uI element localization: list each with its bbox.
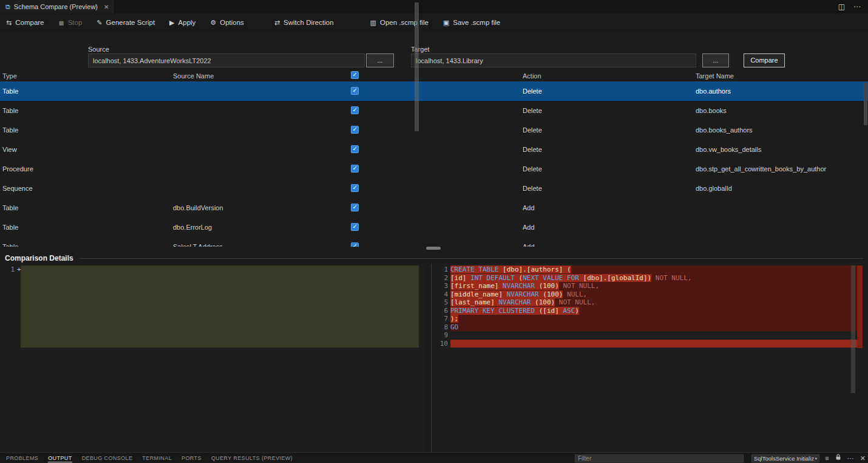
row-target-name: dbo.stp_get_all_cowritten_books_by_autho…: [696, 165, 868, 173]
code-line: 8GO: [438, 323, 858, 332]
row-source-name: dbo.ErrorLog: [173, 224, 351, 231]
output-actions-icon[interactable]: ≡: [825, 454, 829, 462]
comparison-details-header: Comparison Details: [0, 253, 868, 264]
code-line: 1CREATE TABLE [dbo].[authors] (: [438, 266, 858, 274]
close-panel-icon[interactable]: ✕: [860, 454, 866, 462]
table-row[interactable]: Tabledbo.ErrorLogAdd: [0, 218, 868, 237]
editor-tabbar: ⧉ Schema Compare (Preview) ✕ ◫ ⋯: [0, 0, 868, 13]
save-scmp-button[interactable]: ▣Save .scmp file: [443, 19, 500, 27]
panel-tab-problems[interactable]: PROBLEMS: [6, 454, 38, 462]
table-row[interactable]: TableDeletedbo.authors: [0, 81, 868, 101]
panel-tab-output[interactable]: OUTPUT: [48, 454, 72, 462]
apply-button[interactable]: ▶Apply: [169, 19, 195, 27]
panel-tab-query-results-preview[interactable]: QUERY RESULTS (PREVIEW): [211, 454, 293, 462]
target-browse-button[interactable]: ...: [702, 53, 729, 67]
source-editor-scrollbar[interactable]: [415, 2, 419, 131]
panel-tab-terminal[interactable]: TERMINAL: [142, 454, 172, 462]
split-editor-icon[interactable]: ◫: [838, 2, 845, 11]
diff-empty-placeholder: [21, 266, 419, 348]
target-input[interactable]: [411, 53, 696, 67]
include-checkbox[interactable]: [351, 126, 359, 134]
switch-direction-button[interactable]: ⇄Switch Direction: [274, 19, 334, 27]
table-row[interactable]: ViewDeletedbo.vw_books_details: [0, 140, 868, 159]
output-filter-input[interactable]: [575, 454, 744, 462]
tab-schema-compare[interactable]: ⧉ Schema Compare (Preview) ✕: [0, 0, 115, 13]
include-checkbox[interactable]: [351, 165, 359, 173]
code-line: 7);: [438, 315, 858, 323]
row-target-name: dbo.books: [696, 107, 868, 114]
options-button[interactable]: ⚙Options: [210, 19, 244, 27]
include-checkbox[interactable]: [351, 87, 359, 95]
table-row[interactable]: TableDeletedbo.books_authors: [0, 120, 868, 140]
include-checkbox[interactable]: [351, 184, 359, 192]
row-action: Delete: [523, 146, 696, 153]
table-row[interactable]: Tabledbo.BuildVersionAdd: [0, 198, 868, 218]
toolbar: ⇆Compare◼Stop✎Generate Script▶Apply⚙Opti…: [0, 13, 868, 32]
source-diff-editor[interactable]: 1+: [5, 264, 425, 452]
output-channel-value: SqlToolsService Initializ: [754, 455, 814, 462]
row-action: Delete: [523, 185, 696, 192]
row-action: Delete: [523, 107, 696, 114]
details-rule: [80, 258, 863, 259]
include-checkbox[interactable]: [351, 242, 359, 247]
switch-direction-icon: ⇄: [274, 19, 280, 27]
panel-resize-handle[interactable]: [426, 247, 441, 250]
code-line: 10: [438, 340, 858, 348]
include-checkbox[interactable]: [351, 106, 359, 114]
code-line: 4[middle_name] NVARCHAR (100) NULL,: [438, 290, 858, 299]
row-type: Table: [2, 126, 173, 134]
source-input[interactable]: [88, 53, 365, 67]
code-line: 9: [438, 331, 858, 340]
source-browse-button[interactable]: ...: [366, 53, 394, 67]
generate-script-icon: ✎: [97, 19, 102, 27]
include-checkbox[interactable]: [351, 223, 359, 231]
options-label: Options: [220, 19, 244, 26]
open-scmp-button[interactable]: ▥Open .scmp file: [370, 19, 429, 27]
code-line: 1+: [5, 266, 425, 274]
generate-script-button[interactable]: ✎Generate Script: [97, 19, 155, 27]
compare-button[interactable]: ⇆Compare: [6, 19, 44, 27]
diff-grid-rows: TableDeletedbo.authorsTableDeletedbo.boo…: [0, 81, 868, 247]
code-line: 3[first_name] NVARCHAR (100) NOT NULL,: [438, 282, 858, 290]
save-scmp-icon: ▣: [443, 19, 449, 27]
tab-close-icon[interactable]: ✕: [104, 4, 109, 10]
row-type: Procedure: [2, 165, 173, 173]
table-row[interactable]: TableSalesLT.AddressAdd: [0, 237, 868, 247]
panel-tab-debug-console[interactable]: DEBUG CONSOLE: [82, 454, 133, 462]
target-diff-editor[interactable]: 1CREATE TABLE [dbo].[authors] (2[id] INT…: [438, 264, 858, 452]
grid-scrollbar[interactable]: [864, 81, 867, 247]
apply-label: Apply: [178, 19, 196, 26]
overview-ruler-removed-marks: [857, 266, 863, 348]
row-action: Delete: [523, 87, 696, 95]
editor-more-actions-icon[interactable]: ⋯: [853, 2, 861, 11]
include-checkbox[interactable]: [351, 145, 359, 153]
stop-button: ◼Stop: [59, 19, 83, 27]
tabbar-actions: ◫ ⋯: [838, 2, 868, 11]
table-row[interactable]: ProcedureDeletedbo.stp_get_all_cowritten…: [0, 159, 868, 179]
row-type: Table: [2, 204, 173, 211]
table-row[interactable]: TableDeletedbo.books: [0, 101, 868, 120]
target-editor-scrollbar[interactable]: [851, 266, 855, 393]
switch-direction-label: Switch Direction: [283, 19, 333, 26]
output-channel-select[interactable]: SqlToolsService Initializ ▾: [751, 454, 819, 462]
panel-tab-ports[interactable]: PORTS: [181, 454, 202, 462]
row-type: Table: [2, 107, 173, 114]
target-code-lines: 1CREATE TABLE [dbo].[authors] (2[id] INT…: [438, 266, 858, 348]
row-action: Add: [523, 224, 696, 231]
table-row[interactable]: SequenceDeletedbo.globalId: [0, 179, 868, 198]
row-type: Table: [2, 224, 173, 231]
more-actions-icon[interactable]: ⋯: [847, 454, 854, 462]
options-icon: ⚙: [210, 19, 216, 27]
open-scmp-label: Open .scmp file: [380, 19, 429, 26]
row-target-name: dbo.authors: [696, 87, 868, 95]
compare-icon: ⇆: [6, 19, 12, 27]
row-action: Add: [523, 243, 696, 247]
header-include-checkbox[interactable]: [351, 71, 359, 79]
lock-icon[interactable]: [835, 454, 841, 462]
panel-tabs: PROBLEMSOUTPUTDEBUG CONSOLETERMINALPORTS…: [6, 454, 293, 462]
column-target-name: Target Name: [696, 72, 868, 80]
code-line: 6PRIMARY KEY CLUSTERED ([id] ASC): [438, 307, 858, 315]
compare-button[interactable]: Compare: [744, 53, 785, 67]
include-checkbox[interactable]: [351, 204, 359, 211]
column-action: Action: [523, 72, 696, 80]
